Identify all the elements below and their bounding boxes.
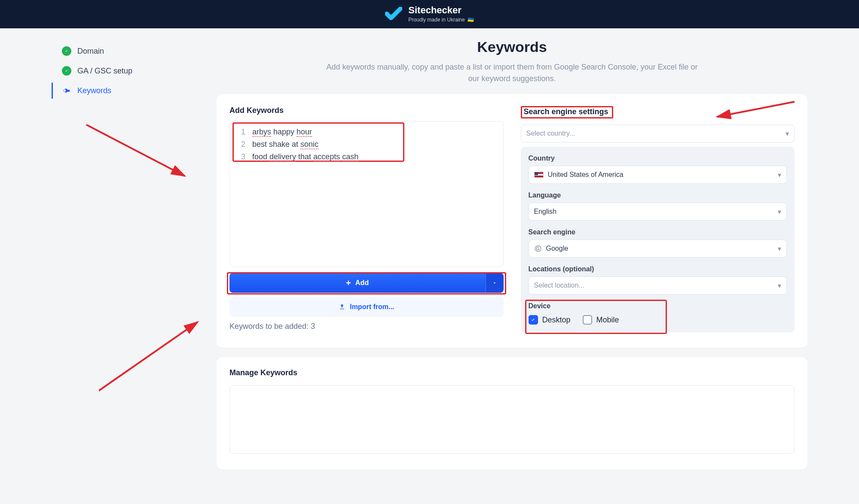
mobile-label: Mobile bbox=[596, 316, 619, 325]
add-keywords-title: Add Keywords bbox=[229, 106, 504, 115]
check-circle-icon bbox=[62, 66, 71, 76]
keyword-line: 1 arbys happy hour bbox=[235, 126, 498, 138]
brand-subtitle: Proudly made in Ukraine 🇺🇦 bbox=[408, 17, 474, 23]
page-title: Keywords bbox=[217, 39, 807, 55]
brand-logo-icon bbox=[385, 7, 402, 21]
manage-keywords-card: Manage Keywords bbox=[217, 357, 807, 469]
search-engine-value: Google bbox=[546, 245, 569, 252]
manage-keywords-empty bbox=[229, 385, 795, 454]
plus-icon: + bbox=[346, 279, 351, 287]
settings-panel: Country United States of America ▾ Langu… bbox=[521, 147, 795, 332]
keywords-to-be-added: Keywords to be added: 3 bbox=[229, 322, 504, 331]
annotation-arrow-2 bbox=[99, 301, 219, 395]
device-label: Device bbox=[529, 302, 787, 310]
ukraine-flag-icon: 🇺🇦 bbox=[468, 17, 474, 23]
step-ga-gsc-label: GA / GSC setup bbox=[77, 67, 132, 76]
language-value: English bbox=[534, 208, 556, 216]
chevron-down-icon: ▾ bbox=[778, 282, 781, 290]
step-ga-gsc[interactable]: GA / GSC setup bbox=[52, 61, 206, 81]
svg-line-1 bbox=[99, 322, 198, 391]
key-icon bbox=[62, 86, 71, 95]
brand: Sitechecker Proudly made in Ukraine 🇺🇦 bbox=[385, 6, 474, 23]
country-value: United States of America bbox=[548, 171, 624, 179]
add-button[interactable]: + Add bbox=[229, 273, 486, 293]
chevron-down-icon: ▾ bbox=[778, 245, 781, 253]
country-filter-select[interactable]: Select country... ▾ bbox=[521, 124, 795, 143]
mobile-checkbox[interactable]: Mobile bbox=[583, 315, 619, 325]
country-label: Country bbox=[529, 155, 787, 162]
search-engine-select[interactable]: G Google ▾ bbox=[529, 240, 787, 258]
keyword-line: 2 best shake at sonic bbox=[235, 138, 498, 151]
chevron-down-icon: ▾ bbox=[778, 171, 781, 179]
google-icon: G bbox=[534, 245, 542, 252]
upload-icon bbox=[339, 304, 345, 310]
svg-text:G: G bbox=[536, 246, 539, 251]
search-settings-col: Search engine settings Select country...… bbox=[521, 106, 795, 332]
import-button-label: Import from... bbox=[350, 303, 394, 311]
add-keywords-col: Add Keywords 1 arbys happy hour 2 best s… bbox=[229, 106, 504, 332]
language-select[interactable]: English ▾ bbox=[529, 203, 787, 221]
step-keywords[interactable]: Keywords bbox=[52, 81, 206, 100]
add-dropdown-button[interactable] bbox=[486, 273, 504, 293]
checkbox-checked-icon bbox=[529, 315, 538, 325]
us-flag-icon bbox=[534, 172, 544, 178]
brand-subtitle-text: Proudly made in Ukraine bbox=[408, 17, 465, 23]
desktop-label: Desktop bbox=[542, 316, 571, 325]
chevron-down-icon: ▾ bbox=[786, 130, 789, 138]
locations-label: Locations (optional) bbox=[529, 265, 787, 273]
step-keywords-label: Keywords bbox=[77, 86, 111, 95]
page-subtitle: Add keywords manually, copy and paste a … bbox=[323, 61, 701, 85]
step-domain-label: Domain bbox=[77, 47, 104, 56]
desktop-checkbox[interactable]: Desktop bbox=[529, 315, 571, 325]
svg-line-0 bbox=[86, 124, 185, 176]
line-number: 2 bbox=[238, 140, 245, 149]
brand-title: Sitechecker bbox=[408, 6, 474, 15]
locations-placeholder: Select location... bbox=[534, 282, 584, 289]
keywords-textarea[interactable]: 1 arbys happy hour 2 best shake at sonic… bbox=[229, 121, 504, 267]
step-domain[interactable]: Domain bbox=[52, 41, 206, 61]
keyword-line: 3 food delivery that accepts cash bbox=[235, 151, 498, 163]
locations-select[interactable]: Select location... ▾ bbox=[529, 276, 787, 295]
add-button-label: Add bbox=[355, 279, 369, 287]
steps-sidebar: Domain GA / GSC setup Keywords bbox=[52, 39, 206, 469]
language-label: Language bbox=[529, 191, 787, 199]
chevron-down-icon: ▾ bbox=[778, 208, 781, 216]
manage-keywords-title: Manage Keywords bbox=[229, 368, 795, 377]
line-number: 3 bbox=[238, 152, 245, 161]
country-select[interactable]: United States of America ▾ bbox=[529, 166, 787, 184]
keywords-card: Add Keywords 1 arbys happy hour 2 best s… bbox=[217, 94, 807, 348]
annotation-highlight-title: Search engine settings bbox=[521, 106, 613, 118]
chevron-down-icon bbox=[492, 280, 497, 285]
topbar: Sitechecker Proudly made in Ukraine 🇺🇦 bbox=[0, 0, 859, 28]
country-filter-placeholder: Select country... bbox=[526, 130, 575, 137]
check-circle-icon bbox=[62, 46, 71, 56]
import-button[interactable]: Import from... bbox=[229, 297, 504, 317]
search-engine-label: Search engine bbox=[529, 228, 787, 236]
line-number: 1 bbox=[238, 128, 245, 137]
annotation-arrow-1 bbox=[86, 124, 206, 202]
main: Keywords Add keywords manually, copy and… bbox=[217, 39, 807, 469]
checkbox-unchecked-icon bbox=[583, 315, 592, 325]
search-engine-settings-title: Search engine settings bbox=[521, 106, 795, 118]
